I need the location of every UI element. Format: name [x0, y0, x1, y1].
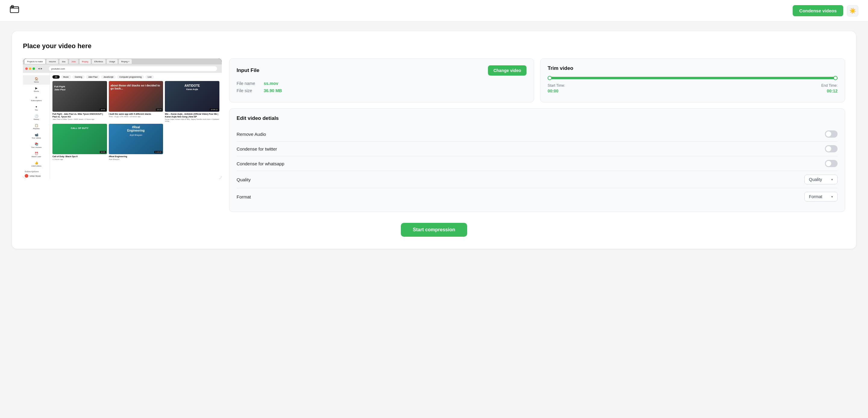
condense-twitter-toggle[interactable] [825, 145, 838, 152]
filter-pill-gaming[interactable]: Gaming [72, 75, 85, 78]
video-thumbnail: 18:03 Full FightJake Paul [53, 81, 107, 112]
browser-url-bar: ◀ ▶ youtube.com [23, 64, 222, 73]
sub-ishtar[interactable]: Ishtar Music [23, 173, 50, 179]
header-actions: Condense videos ☀️ [793, 5, 858, 17]
sidebar-item-label: You [35, 109, 38, 111]
youtube-body: 🏠 Home ▶ Shorts ≡ Subscriptions [23, 73, 222, 179]
browser-tab: Jobs [69, 59, 79, 64]
file-size-label: File size [237, 88, 264, 93]
quality-dropdown[interactable]: Quality ▾ [804, 175, 838, 184]
sidebar-item-watch-later[interactable]: ⏰ Watch Later [23, 150, 50, 159]
forward-icon[interactable]: ▶ [41, 67, 42, 70]
filter-pills: All Music Gaming Jake Paul JavaScript Co… [53, 75, 219, 78]
list-item[interactable]: 10:05 CALL OF DUTY Call of Duty: Black O… [53, 124, 107, 160]
youtube-mockup: Projects to make resume dsa Jobs ffmpeg … [23, 58, 222, 179]
back-icon[interactable]: ◀ [38, 67, 39, 70]
filter-pill-music[interactable]: Music [61, 75, 71, 78]
list-item[interactable]: 10:14 about those old Stacks so I decide… [109, 81, 163, 122]
browser-tabs: Projects to make resume dsa Jobs ffmpeg … [23, 58, 222, 64]
file-size-row: File size 36.90 MB [237, 88, 527, 93]
input-file-title: Input File [237, 67, 259, 73]
sidebar-item-courses[interactable]: 📚 Your courses [23, 141, 50, 150]
input-file-panel: Input File Change video File name ss.mov… [229, 58, 534, 102]
format-label: Format [237, 194, 251, 199]
sidebar-item-label: Liked videos [31, 165, 41, 167]
change-video-button[interactable]: Change video [488, 65, 527, 75]
video-duration: 10:14 [156, 108, 162, 111]
edit-details-title: Edit video detials [237, 115, 838, 121]
remove-audio-toggle[interactable] [825, 130, 838, 138]
condense-videos-button[interactable]: Condense videos [793, 5, 843, 16]
quality-row: Quality Quality ▾ [237, 171, 838, 188]
video-thumbnail: 10:14 about those old Stacks so I decide… [109, 81, 163, 112]
sidebar-item-label: Home [34, 81, 38, 83]
list-item[interactable]: 1:14:22 #RealEngineering Arpit Bhayani #… [109, 124, 163, 160]
filter-pill-cp[interactable]: Computer programming [117, 75, 144, 78]
sidebar-item-history[interactable]: 🕐 History [23, 112, 50, 122]
file-name-row: File name ss.mov [237, 81, 527, 86]
main-card: Place your video here Projects to make r… [12, 31, 856, 249]
start-time-value: 00:00 [548, 89, 565, 93]
filter-pill-js[interactable]: JavaScript [101, 75, 116, 78]
video-duration: 10:05 [100, 151, 106, 153]
sidebar-item-home[interactable]: 🏠 Home [23, 75, 50, 85]
condense-whatsapp-row: Condense for whatsapp [237, 156, 838, 171]
condense-whatsapp-label: Condense for whatsapp [237, 161, 284, 166]
logo-area [10, 4, 21, 17]
edit-details-panel: Edit video detials Remove Audio Condense… [229, 108, 845, 212]
sub-max[interactable]: Max [23, 179, 50, 179]
sidebar-item-label: Playlists [33, 128, 39, 129]
courses-icon: 📚 [35, 142, 38, 146]
video-meta: Jake Paul vs Mike Tyson • 362K views • 2… [53, 118, 107, 120]
filter-pill-all[interactable]: All [53, 75, 60, 78]
start-time-block: Start Time: 00:00 [548, 84, 565, 93]
sun-icon: ☀️ [849, 7, 856, 14]
condense-whatsapp-toggle[interactable] [825, 160, 838, 167]
format-dropdown[interactable]: Format ▾ [804, 192, 838, 201]
video-thumbnail: 10:05 CALL OF DUTY [53, 124, 107, 155]
start-compression-button[interactable]: Start compression [401, 223, 467, 237]
right-panels: Input File Change video File name ss.mov… [229, 58, 845, 212]
sidebar-item-playlists[interactable]: 📋 Playlists [23, 122, 50, 131]
page-title: Place your video here [23, 42, 845, 50]
sidebar-item-shorts[interactable]: ▶ Shorts [23, 85, 50, 94]
format-row: Format Format ▾ [237, 188, 838, 205]
sidebar-item-your-videos[interactable]: 📹 Your videos [23, 131, 50, 141]
video-title: I built the same app with 5 different st… [109, 112, 163, 115]
video-grid: 18:03 Full FightJake Paul Full Fight - J… [53, 81, 219, 160]
video-meta: Theo - t3.gg • 27K views • 10 hours ago [109, 116, 163, 118]
list-item[interactable]: 18:03 Full FightJake Paul Full Fight - J… [53, 81, 107, 122]
shorts-icon: ▶ [35, 87, 38, 90]
trim-slider-left-thumb[interactable] [548, 76, 552, 80]
video-title: Call of Duty: Black Ops 6 [53, 155, 107, 158]
sidebar-item-you[interactable]: ▾ You [23, 103, 50, 112]
end-time-label: End Time: [821, 84, 838, 88]
sidebar-item-label: Your courses [31, 147, 41, 148]
format-chevron-icon: ▾ [831, 195, 833, 199]
subscriptions-icon: ≡ [36, 96, 37, 99]
sidebar-item-label: Your videos [32, 137, 41, 139]
filter-pill-jake[interactable]: Jake Paul [86, 75, 100, 78]
trim-slider-right-thumb[interactable] [833, 76, 838, 80]
sidebar-item-liked[interactable]: 👍 Liked videos [23, 159, 50, 169]
trim-slider[interactable] [548, 77, 838, 79]
top-panels-row: Input File Change video File name ss.mov… [229, 58, 845, 102]
browser-tab: ffmpeg [80, 59, 91, 64]
start-time-label: Start Time: [548, 84, 565, 88]
trim-times: Start Time: 00:00 End Time: 00:12 [548, 84, 838, 93]
video-title: Full Fight - Jake Paul vs. Mike Tyson KN… [53, 112, 107, 118]
video-preview: Projects to make resume dsa Jobs ffmpeg … [23, 58, 222, 179]
compression-row: Start compression [23, 223, 845, 237]
theme-toggle-button[interactable]: ☀️ [847, 5, 858, 17]
url-bar[interactable]: youtube.com [49, 66, 217, 71]
input-file-header: Input File Change video [237, 65, 527, 75]
sidebar-item-label: Shorts [34, 90, 39, 92]
video-meta: • 2 hours ago [53, 158, 107, 160]
video-duration: 10:08:12 [210, 108, 218, 111]
logo-icon [10, 4, 21, 17]
history-icon: 🕐 [35, 115, 38, 118]
sidebar-item-subscriptions[interactable]: ≡ Subscriptions [23, 94, 50, 103]
browser-tab: dsa [59, 59, 67, 64]
filter-pill-live[interactable]: Live [145, 75, 154, 78]
list-item[interactable]: 10:08:12 ANTIDOTEKaran Aujla Mix – Karan… [165, 81, 219, 122]
